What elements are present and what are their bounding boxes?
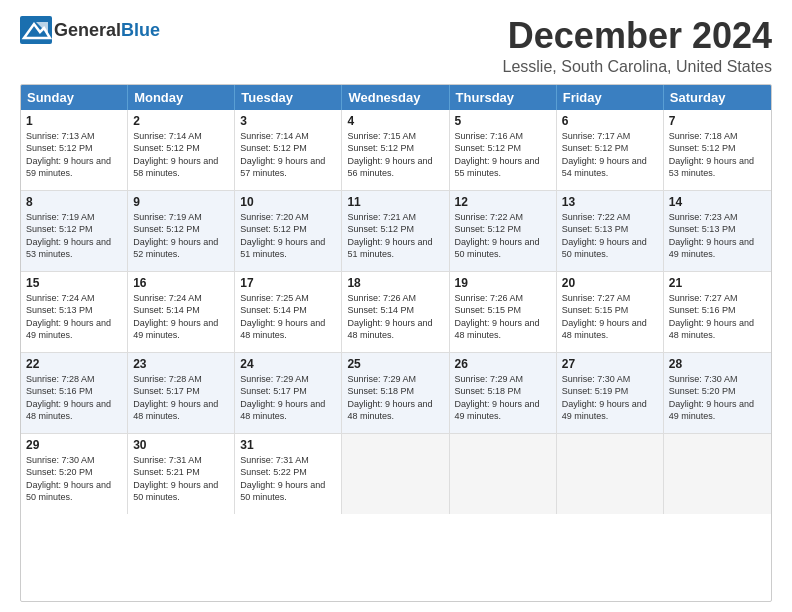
calendar-header-row: SundayMondayTuesdayWednesdayThursdayFrid…: [21, 85, 771, 110]
calendar-header-day-wednesday: Wednesday: [342, 85, 449, 110]
calendar-cell: 16Sunrise: 7:24 AM Sunset: 5:14 PM Dayli…: [128, 272, 235, 352]
calendar-cell: 17Sunrise: 7:25 AM Sunset: 5:14 PM Dayli…: [235, 272, 342, 352]
day-info: Sunrise: 7:26 AM Sunset: 5:15 PM Dayligh…: [455, 292, 551, 342]
calendar-week-1: 1Sunrise: 7:13 AM Sunset: 5:12 PM Daylig…: [21, 110, 771, 191]
day-number: 7: [669, 114, 766, 128]
day-info: Sunrise: 7:14 AM Sunset: 5:12 PM Dayligh…: [240, 130, 336, 180]
calendar-cell: 6Sunrise: 7:17 AM Sunset: 5:12 PM Daylig…: [557, 110, 664, 190]
page: GeneralBlue December 2024 Lesslie, South…: [0, 0, 792, 612]
calendar-cell: 10Sunrise: 7:20 AM Sunset: 5:12 PM Dayli…: [235, 191, 342, 271]
day-number: 20: [562, 276, 658, 290]
logo-general-text: General: [54, 20, 121, 40]
calendar-cell: 8Sunrise: 7:19 AM Sunset: 5:12 PM Daylig…: [21, 191, 128, 271]
calendar-cell: 24Sunrise: 7:29 AM Sunset: 5:17 PM Dayli…: [235, 353, 342, 433]
calendar-cell: 7Sunrise: 7:18 AM Sunset: 5:12 PM Daylig…: [664, 110, 771, 190]
day-info: Sunrise: 7:28 AM Sunset: 5:17 PM Dayligh…: [133, 373, 229, 423]
day-info: Sunrise: 7:14 AM Sunset: 5:12 PM Dayligh…: [133, 130, 229, 180]
calendar-cell: 12Sunrise: 7:22 AM Sunset: 5:12 PM Dayli…: [450, 191, 557, 271]
day-number: 1: [26, 114, 122, 128]
day-info: Sunrise: 7:26 AM Sunset: 5:14 PM Dayligh…: [347, 292, 443, 342]
day-info: Sunrise: 7:27 AM Sunset: 5:15 PM Dayligh…: [562, 292, 658, 342]
day-info: Sunrise: 7:30 AM Sunset: 5:20 PM Dayligh…: [669, 373, 766, 423]
calendar-header-day-friday: Friday: [557, 85, 664, 110]
day-number: 3: [240, 114, 336, 128]
day-info: Sunrise: 7:21 AM Sunset: 5:12 PM Dayligh…: [347, 211, 443, 261]
title-section: December 2024 Lesslie, South Carolina, U…: [503, 16, 772, 76]
day-number: 14: [669, 195, 766, 209]
calendar-header-day-tuesday: Tuesday: [235, 85, 342, 110]
day-number: 21: [669, 276, 766, 290]
day-info: Sunrise: 7:15 AM Sunset: 5:12 PM Dayligh…: [347, 130, 443, 180]
calendar-cell: 20Sunrise: 7:27 AM Sunset: 5:15 PM Dayli…: [557, 272, 664, 352]
calendar-cell: 3Sunrise: 7:14 AM Sunset: 5:12 PM Daylig…: [235, 110, 342, 190]
calendar: SundayMondayTuesdayWednesdayThursdayFrid…: [20, 84, 772, 602]
calendar-cell: 1Sunrise: 7:13 AM Sunset: 5:12 PM Daylig…: [21, 110, 128, 190]
day-number: 8: [26, 195, 122, 209]
day-info: Sunrise: 7:30 AM Sunset: 5:20 PM Dayligh…: [26, 454, 122, 504]
day-number: 30: [133, 438, 229, 452]
calendar-week-3: 15Sunrise: 7:24 AM Sunset: 5:13 PM Dayli…: [21, 272, 771, 353]
day-number: 29: [26, 438, 122, 452]
day-number: 25: [347, 357, 443, 371]
calendar-cell: 29Sunrise: 7:30 AM Sunset: 5:20 PM Dayli…: [21, 434, 128, 514]
calendar-cell: 26Sunrise: 7:29 AM Sunset: 5:18 PM Dayli…: [450, 353, 557, 433]
day-number: 26: [455, 357, 551, 371]
day-info: Sunrise: 7:29 AM Sunset: 5:18 PM Dayligh…: [455, 373, 551, 423]
day-number: 17: [240, 276, 336, 290]
day-info: Sunrise: 7:18 AM Sunset: 5:12 PM Dayligh…: [669, 130, 766, 180]
day-number: 24: [240, 357, 336, 371]
day-info: Sunrise: 7:28 AM Sunset: 5:16 PM Dayligh…: [26, 373, 122, 423]
calendar-cell: 2Sunrise: 7:14 AM Sunset: 5:12 PM Daylig…: [128, 110, 235, 190]
day-info: Sunrise: 7:31 AM Sunset: 5:22 PM Dayligh…: [240, 454, 336, 504]
day-number: 16: [133, 276, 229, 290]
day-number: 19: [455, 276, 551, 290]
calendar-cell: 27Sunrise: 7:30 AM Sunset: 5:19 PM Dayli…: [557, 353, 664, 433]
calendar-week-5: 29Sunrise: 7:30 AM Sunset: 5:20 PM Dayli…: [21, 434, 771, 514]
day-number: 12: [455, 195, 551, 209]
calendar-week-2: 8Sunrise: 7:19 AM Sunset: 5:12 PM Daylig…: [21, 191, 771, 272]
calendar-cell: 22Sunrise: 7:28 AM Sunset: 5:16 PM Dayli…: [21, 353, 128, 433]
day-number: 13: [562, 195, 658, 209]
day-number: 5: [455, 114, 551, 128]
calendar-header-day-monday: Monday: [128, 85, 235, 110]
calendar-cell: 31Sunrise: 7:31 AM Sunset: 5:22 PM Dayli…: [235, 434, 342, 514]
calendar-cell: [450, 434, 557, 514]
calendar-cell: 19Sunrise: 7:26 AM Sunset: 5:15 PM Dayli…: [450, 272, 557, 352]
calendar-cell: [557, 434, 664, 514]
day-info: Sunrise: 7:31 AM Sunset: 5:21 PM Dayligh…: [133, 454, 229, 504]
calendar-cell: 30Sunrise: 7:31 AM Sunset: 5:21 PM Dayli…: [128, 434, 235, 514]
day-number: 22: [26, 357, 122, 371]
calendar-cell: 4Sunrise: 7:15 AM Sunset: 5:12 PM Daylig…: [342, 110, 449, 190]
day-info: Sunrise: 7:23 AM Sunset: 5:13 PM Dayligh…: [669, 211, 766, 261]
calendar-cell: 18Sunrise: 7:26 AM Sunset: 5:14 PM Dayli…: [342, 272, 449, 352]
logo-blue-text: Blue: [121, 20, 160, 40]
day-info: Sunrise: 7:27 AM Sunset: 5:16 PM Dayligh…: [669, 292, 766, 342]
logo: GeneralBlue: [20, 16, 160, 44]
calendar-cell: 25Sunrise: 7:29 AM Sunset: 5:18 PM Dayli…: [342, 353, 449, 433]
day-info: Sunrise: 7:24 AM Sunset: 5:13 PM Dayligh…: [26, 292, 122, 342]
day-info: Sunrise: 7:29 AM Sunset: 5:17 PM Dayligh…: [240, 373, 336, 423]
day-number: 28: [669, 357, 766, 371]
calendar-cell: 28Sunrise: 7:30 AM Sunset: 5:20 PM Dayli…: [664, 353, 771, 433]
day-number: 31: [240, 438, 336, 452]
month-title: December 2024: [503, 16, 772, 56]
header: GeneralBlue December 2024 Lesslie, South…: [20, 16, 772, 76]
day-info: Sunrise: 7:29 AM Sunset: 5:18 PM Dayligh…: [347, 373, 443, 423]
calendar-cell: 23Sunrise: 7:28 AM Sunset: 5:17 PM Dayli…: [128, 353, 235, 433]
calendar-header-day-saturday: Saturday: [664, 85, 771, 110]
day-info: Sunrise: 7:16 AM Sunset: 5:12 PM Dayligh…: [455, 130, 551, 180]
calendar-header-day-sunday: Sunday: [21, 85, 128, 110]
calendar-header-day-thursday: Thursday: [450, 85, 557, 110]
calendar-body: 1Sunrise: 7:13 AM Sunset: 5:12 PM Daylig…: [21, 110, 771, 514]
day-number: 23: [133, 357, 229, 371]
day-info: Sunrise: 7:24 AM Sunset: 5:14 PM Dayligh…: [133, 292, 229, 342]
day-number: 10: [240, 195, 336, 209]
day-info: Sunrise: 7:19 AM Sunset: 5:12 PM Dayligh…: [26, 211, 122, 261]
day-info: Sunrise: 7:19 AM Sunset: 5:12 PM Dayligh…: [133, 211, 229, 261]
location-title: Lesslie, South Carolina, United States: [503, 58, 772, 76]
calendar-cell: 21Sunrise: 7:27 AM Sunset: 5:16 PM Dayli…: [664, 272, 771, 352]
day-number: 18: [347, 276, 443, 290]
day-info: Sunrise: 7:20 AM Sunset: 5:12 PM Dayligh…: [240, 211, 336, 261]
day-info: Sunrise: 7:22 AM Sunset: 5:12 PM Dayligh…: [455, 211, 551, 261]
day-number: 27: [562, 357, 658, 371]
